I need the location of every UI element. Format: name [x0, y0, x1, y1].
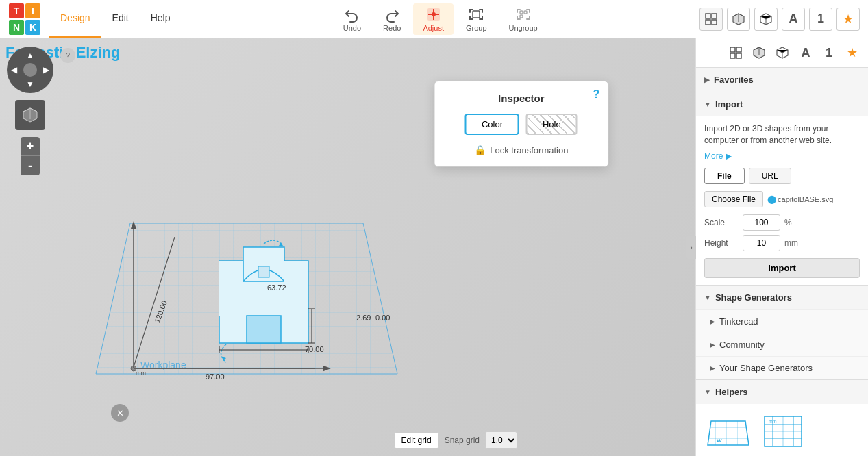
hole-button[interactable]: Hole: [526, 114, 578, 135]
height-unit: mm: [784, 238, 798, 248]
zoom-out-button[interactable]: -: [21, 156, 40, 175]
close-button[interactable]: ✕: [111, 404, 129, 422]
star-icon[interactable]: ★: [836, 8, 860, 31]
svg-rect-9: [712, 14, 717, 18]
group-button[interactable]: Group: [456, 3, 497, 35]
panel-text-icon[interactable]: A: [795, 42, 816, 63]
color-button[interactable]: Color: [465, 114, 519, 135]
view-cube[interactable]: [15, 100, 45, 130]
svg-rect-10: [706, 20, 710, 25]
workplane-helper[interactable]: W Workplane: [704, 411, 752, 456]
file-icon: ⬤: [767, 194, 776, 204]
logo[interactable]: T I N K: [0, 0, 49, 38]
lock-icon: 🔒: [474, 144, 486, 155]
scale-unit: %: [784, 218, 792, 227]
svg-rect-11: [712, 20, 717, 25]
number-icon[interactable]: 1: [809, 8, 832, 31]
svg-text:70.00: 70.00: [305, 345, 324, 353]
import-header[interactable]: ▼ Import: [696, 92, 868, 116]
pan-control[interactable]: ▲ ▼ ◀ ▶: [7, 47, 53, 93]
logo-t: T: [9, 3, 24, 18]
right-panel: A 1 ★ ▶ Favorites ▼ Import Import 2D or …: [695, 38, 868, 456]
favorites-header[interactable]: ▶ Favorites: [696, 68, 868, 92]
sg-community-arrow-icon: ▶: [710, 341, 715, 349]
svg-point-3: [432, 12, 436, 16]
sg-tinkercad-arrow-icon: ▶: [710, 318, 715, 325]
snap-grid-label: Snap grid: [445, 435, 480, 445]
favorites-section: ▶ Favorites: [696, 68, 868, 92]
nav-design[interactable]: Design: [49, 0, 101, 38]
import-file-tab[interactable]: File: [704, 168, 745, 184]
text-icon[interactable]: A: [782, 8, 805, 31]
adjust-button[interactable]: Adjust: [413, 3, 454, 35]
choose-file-button[interactable]: Choose File: [704, 191, 763, 207]
sg-community-item[interactable]: ▶ Community: [696, 333, 868, 356]
nav-help[interactable]: Help: [140, 0, 182, 38]
undo-button[interactable]: Undo: [334, 3, 371, 35]
lock-transformation[interactable]: 🔒 Lock transformation: [448, 144, 594, 155]
svg-text:97.00: 97.00: [206, 372, 225, 381]
help-button[interactable]: ?: [60, 48, 75, 63]
snap-grid-select[interactable]: 1.0 0.5 2.0: [485, 431, 517, 449]
zoom-in-button[interactable]: +: [21, 137, 40, 156]
nav-edit[interactable]: Edit: [101, 0, 140, 38]
ungroup-button[interactable]: Ungroup: [499, 3, 547, 35]
import-url-tab[interactable]: URL: [749, 168, 791, 184]
helpers-section: ▼ Helpers W: [696, 380, 868, 456]
mesh-view-icon[interactable]: [754, 8, 778, 31]
svg-text:mm: mm: [769, 419, 777, 424]
grid-view-icon[interactable]: [699, 8, 723, 31]
import-section: ▼ Import Import 2D or 3D shapes from you…: [696, 92, 868, 286]
svg-rect-18: [284, 261, 308, 316]
sg-yours-item[interactable]: ▶ Your Shape Generators: [696, 356, 868, 379]
import-description: Import 2D or 3D shapes from your compute…: [704, 123, 860, 147]
panel-star-icon[interactable]: ★: [842, 42, 863, 63]
import-arrow-icon: ▼: [704, 101, 711, 108]
sg-arrow-icon: ▼: [704, 294, 711, 301]
logo-n: N: [9, 20, 24, 35]
svg-text:0.00: 0.00: [375, 314, 390, 322]
svg-text:63.72: 63.72: [267, 283, 286, 292]
svg-rect-43: [730, 53, 735, 58]
shape-generators-header[interactable]: ▼ Shape Generators: [696, 286, 868, 309]
svg-text:2.69: 2.69: [356, 314, 371, 322]
inspector-popup: Inspector ? Color Hole 🔒 Lock transforma…: [434, 81, 608, 167]
shape-generators-section: ▼ Shape Generators ▶ Tinkercad ▶ Communi…: [696, 286, 868, 380]
scale-label: Scale: [704, 218, 739, 227]
redo-button[interactable]: Redo: [373, 3, 410, 35]
svg-text:mm: mm: [136, 370, 146, 377]
svg-rect-16: [247, 316, 281, 343]
svg-text:W: W: [717, 438, 722, 444]
import-button[interactable]: Import: [704, 258, 860, 278]
edit-grid-button[interactable]: Edit grid: [394, 432, 439, 448]
panel-number-icon[interactable]: 1: [819, 42, 839, 63]
collapse-panel-button[interactable]: ›: [686, 236, 696, 259]
height-input[interactable]: [743, 235, 780, 251]
panel-mesh-icon[interactable]: [772, 42, 793, 63]
file-name-display: ⬤ capitolBASE.svg: [767, 194, 833, 204]
ruler-helper[interactable]: mm Ruler: [759, 411, 807, 456]
sg-tinkercad-item[interactable]: ▶ Tinkercad: [696, 309, 868, 333]
more-link[interactable]: More ▶: [704, 151, 732, 161]
logo-k: K: [25, 20, 40, 35]
svg-rect-7: [520, 15, 523, 18]
inspector-help-btn[interactable]: ?: [593, 88, 600, 101]
svg-rect-42: [736, 47, 741, 52]
panel-grid-icon[interactable]: [726, 42, 746, 63]
cube-view-icon[interactable]: [727, 8, 750, 31]
svg-rect-4: [473, 11, 480, 18]
logo-i: I: [25, 3, 40, 18]
svg-rect-41: [730, 47, 735, 52]
svg-rect-44: [736, 53, 741, 58]
scale-input[interactable]: [743, 214, 780, 231]
inspector-title: Inspector: [448, 92, 594, 104]
workplane-svg: Workplane: [55, 134, 548, 422]
svg-rect-17: [219, 261, 243, 316]
svg-rect-5: [520, 11, 523, 14]
svg-marker-45: [708, 421, 749, 445]
sg-yours-arrow-icon: ▶: [710, 364, 715, 372]
svg-rect-19: [258, 266, 269, 277]
panel-cube-icon[interactable]: [749, 42, 769, 63]
svg-rect-8: [706, 14, 710, 18]
helpers-header[interactable]: ▼ Helpers: [696, 380, 868, 404]
